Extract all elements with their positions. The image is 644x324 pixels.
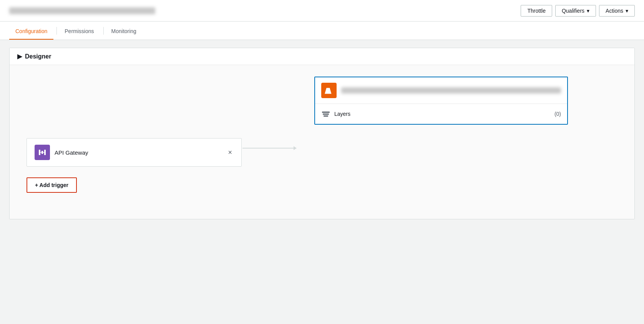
layers-icon-line-2	[323, 114, 329, 115]
lambda-function-name-blurred	[341, 87, 561, 94]
page-content: ▶ Designer λ	[0, 40, 644, 324]
lambda-card-layers[interactable]: Layers (0)	[315, 104, 567, 124]
tab-divider-1	[56, 27, 57, 35]
api-gateway-container: API Gateway ×	[27, 138, 242, 167]
actions-dropdown-icon: ▾	[626, 8, 628, 14]
layers-count: (0)	[554, 111, 561, 117]
api-gateway-left: API Gateway	[35, 145, 88, 160]
layers-left: Layers	[321, 109, 350, 119]
page-title-blurred	[9, 7, 155, 14]
add-trigger-container: + Add trigger	[27, 177, 77, 193]
layers-icon	[321, 109, 330, 119]
lambda-card[interactable]: λ Layers	[314, 77, 568, 125]
header-bar: Throttle Qualifiers ▾ Actions ▾	[0, 0, 644, 22]
designer-header: ▶ Designer	[10, 48, 634, 65]
tab-divider-2	[103, 27, 104, 35]
svg-rect-2	[44, 150, 46, 155]
lambda-card-header: λ	[315, 77, 567, 104]
layers-icon-line-1	[322, 112, 330, 113]
designer-title: Designer	[25, 53, 51, 60]
tab-monitoring[interactable]: Monitoring	[105, 23, 143, 40]
lambda-svg-icon: λ	[324, 85, 334, 95]
actions-label: Actions	[606, 8, 623, 14]
svg-rect-1	[39, 150, 40, 155]
designer-collapse-icon[interactable]: ▶	[17, 53, 22, 60]
api-gateway-card: API Gateway ×	[27, 138, 242, 167]
lambda-icon: λ	[321, 83, 337, 98]
designer-panel: ▶ Designer λ	[9, 48, 635, 219]
header-left	[9, 7, 155, 14]
throttle-button[interactable]: Throttle	[521, 5, 552, 17]
qualifiers-dropdown-icon: ▾	[587, 8, 589, 14]
api-gateway-close-button[interactable]: ×	[226, 148, 234, 157]
api-gateway-icon	[35, 145, 50, 160]
layers-icon-line-3	[324, 115, 328, 117]
header-actions: Throttle Qualifiers ▾ Actions ▾	[521, 5, 635, 17]
layers-label: Layers	[334, 111, 350, 117]
throttle-label: Throttle	[527, 8, 545, 14]
actions-button[interactable]: Actions ▾	[599, 5, 635, 17]
connector-line	[242, 148, 296, 149]
tab-configuration[interactable]: Configuration	[9, 23, 53, 40]
qualifiers-button[interactable]: Qualifiers ▾	[555, 5, 596, 17]
qualifiers-label: Qualifiers	[562, 8, 584, 14]
designer-body: λ Layers	[10, 65, 634, 219]
svg-rect-3	[41, 151, 43, 154]
lambda-card-container: λ Layers	[314, 77, 568, 125]
api-gateway-name: API Gateway	[55, 149, 88, 156]
tab-bar: Configuration Permissions Monitoring	[0, 22, 644, 40]
add-trigger-label: + Add trigger	[35, 182, 68, 188]
svg-text:λ: λ	[326, 89, 329, 94]
tab-permissions[interactable]: Permissions	[58, 23, 100, 40]
add-trigger-button[interactable]: + Add trigger	[27, 177, 77, 193]
close-icon: ×	[228, 149, 232, 156]
api-gateway-svg-icon	[38, 148, 47, 157]
